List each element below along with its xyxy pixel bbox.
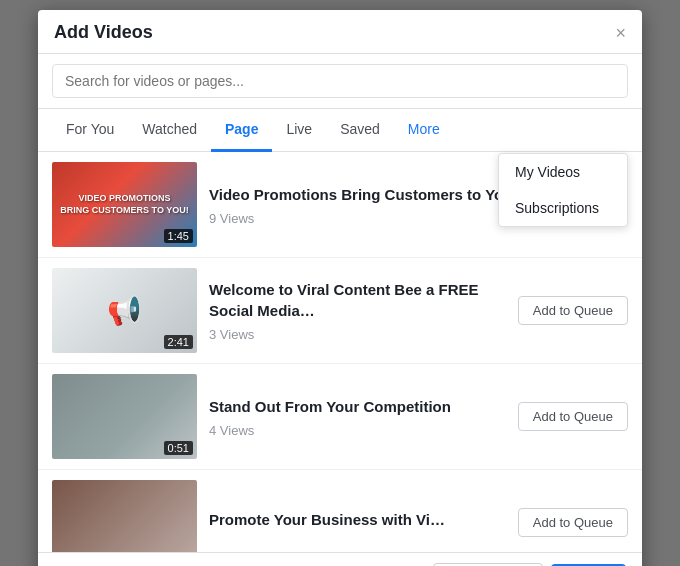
- video-thumbnail: 0:51: [52, 374, 197, 459]
- thumb-icon: 📢: [107, 294, 142, 327]
- thumb-text: VIDEO PROMOTIONSBRING CUSTOMERS TO YOU!: [56, 189, 193, 220]
- more-dropdown: My Videos Subscriptions: [498, 153, 628, 227]
- video-actions: Add to Queue: [518, 296, 628, 325]
- search-input[interactable]: [52, 64, 628, 98]
- modal-header: Add Videos ×: [38, 10, 642, 54]
- dropdown-item-subscriptions[interactable]: Subscriptions: [499, 190, 627, 226]
- video-title: Promote Your Business with Vi…: [209, 509, 506, 530]
- video-item: 📢 2:41 Welcome to Viral Content Bee a FR…: [38, 258, 642, 364]
- video-views: 4 Views: [209, 423, 506, 438]
- add-to-queue-button[interactable]: Add to Queue: [518, 508, 628, 537]
- duration-badge: 1:45: [164, 229, 193, 243]
- video-info: Welcome to Viral Content Bee a FREE Soci…: [209, 279, 506, 342]
- close-button[interactable]: ×: [615, 24, 626, 42]
- video-info: Promote Your Business with Vi…: [209, 509, 506, 536]
- add-videos-modal: Add Videos × For You Watched Page Live S…: [38, 10, 642, 566]
- add-to-queue-button[interactable]: Add to Queue: [518, 296, 628, 325]
- video-info: Stand Out From Your Competition 4 Views: [209, 396, 506, 438]
- search-bar: [38, 54, 642, 109]
- video-thumbnail: 📢 2:41: [52, 268, 197, 353]
- tab-bar: For You Watched Page Live Saved More My …: [38, 109, 642, 152]
- modal-title: Add Videos: [54, 22, 153, 43]
- dropdown-item-my-videos[interactable]: My Videos: [499, 154, 627, 190]
- modal-footer: View Queue Done: [38, 552, 642, 566]
- video-views: 9 Views: [209, 211, 538, 226]
- tab-live[interactable]: Live: [272, 109, 326, 152]
- video-info: Video Promotions Bring Customers to You …: [209, 184, 538, 226]
- video-item: Promote Your Business with Vi… Add to Qu…: [38, 470, 642, 552]
- video-actions: Add to Queue: [518, 508, 628, 537]
- video-title: Stand Out From Your Competition: [209, 396, 506, 417]
- video-title: Video Promotions Bring Customers to You: [209, 184, 538, 205]
- video-views: 3 Views: [209, 327, 506, 342]
- tab-more[interactable]: More: [394, 109, 454, 152]
- tab-saved[interactable]: Saved: [326, 109, 394, 152]
- tab-page[interactable]: Page: [211, 109, 272, 152]
- video-thumbnail: VIDEO PROMOTIONSBRING CUSTOMERS TO YOU! …: [52, 162, 197, 247]
- tab-watched[interactable]: Watched: [128, 109, 211, 152]
- video-title: Welcome to Viral Content Bee a FREE Soci…: [209, 279, 506, 321]
- video-thumbnail: [52, 480, 197, 552]
- video-actions: Add to Queue: [518, 402, 628, 431]
- video-item: 0:51 Stand Out From Your Competition 4 V…: [38, 364, 642, 470]
- duration-badge: 0:51: [164, 441, 193, 455]
- tab-for-you[interactable]: For You: [52, 109, 128, 152]
- add-to-queue-button[interactable]: Add to Queue: [518, 402, 628, 431]
- duration-badge: 2:41: [164, 335, 193, 349]
